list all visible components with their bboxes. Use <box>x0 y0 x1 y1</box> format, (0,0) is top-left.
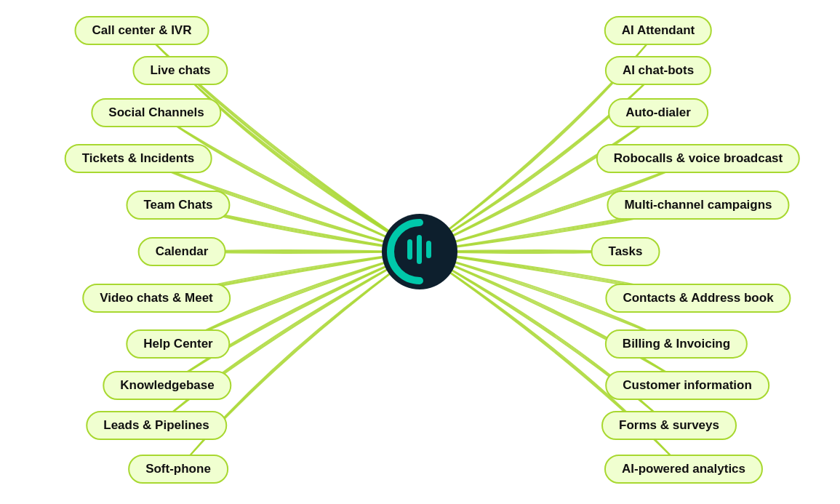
svg-rect-1 <box>407 239 412 260</box>
node-contacts: Contacts & Address book <box>605 284 791 313</box>
node-auto-dialer: Auto-dialer <box>608 98 708 127</box>
node-tickets-incidents: Tickets & Incidents <box>65 144 212 173</box>
node-ai-chatbots: AI chat-bots <box>605 56 711 85</box>
node-billing: Billing & Invoicing <box>605 329 748 359</box>
node-soft-phone: Soft-phone <box>128 455 228 484</box>
node-forms-surveys: Forms & surveys <box>601 411 737 440</box>
node-knowledgebase: Knowledgebase <box>103 371 231 400</box>
mind-map-canvas: Call center & IVRLive chatsSocial Channe… <box>0 0 840 504</box>
node-help-center: Help Center <box>126 329 230 359</box>
svg-rect-3 <box>426 241 431 258</box>
node-live-chats: Live chats <box>132 56 228 85</box>
node-customer-info: Customer information <box>605 371 769 400</box>
node-calendar: Calendar <box>138 237 226 266</box>
node-social-channels: Social Channels <box>91 98 221 127</box>
center-logo <box>380 212 460 292</box>
node-robocalls: Robocalls & voice broadcast <box>596 144 800 173</box>
svg-rect-2 <box>417 235 422 264</box>
node-ai-attendant: AI Attendant <box>604 16 712 45</box>
node-multi-channel: Multi-channel campaigns <box>607 191 789 220</box>
node-video-chats: Video chats & Meet <box>82 284 231 313</box>
node-team-chats: Team Chats <box>126 191 230 220</box>
node-call-center: Call center & IVR <box>75 16 209 45</box>
node-tasks: Tasks <box>591 237 660 266</box>
node-ai-analytics: AI-powered analytics <box>604 455 763 484</box>
node-leads-pipelines: Leads & Pipelines <box>86 411 227 440</box>
